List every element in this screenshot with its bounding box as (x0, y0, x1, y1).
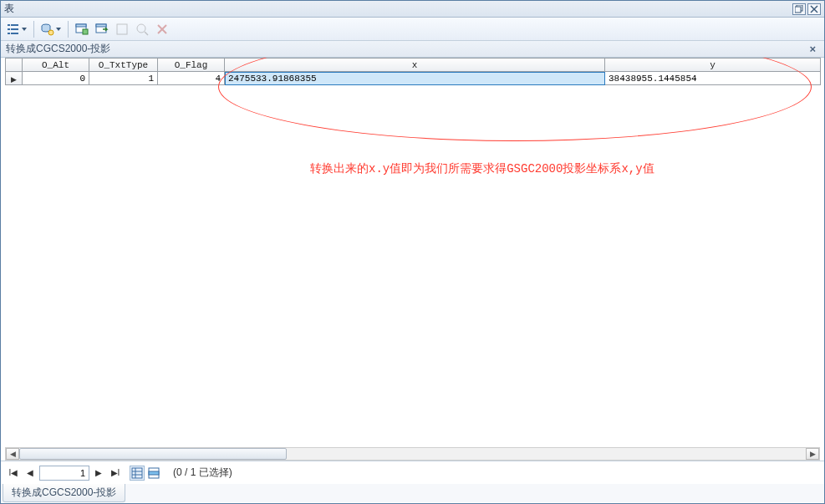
select-by-attr-button[interactable] (73, 20, 91, 38)
delete-selected-button[interactable] (153, 20, 171, 38)
corner-cell (6, 59, 23, 72)
toolbar-separator (68, 21, 69, 38)
clear-selection-button[interactable] (113, 20, 131, 38)
cell-o-txttype[interactable]: 1 (89, 72, 158, 85)
attribute-table[interactable]: O_Alt O_TxtType O_Flag x y ▶ 0 1 4 24755… (5, 58, 821, 85)
zoom-selected-button[interactable] (133, 20, 151, 38)
table-header-row: O_Alt O_TxtType O_Flag x y (6, 59, 821, 72)
cell-o-flag[interactable]: 4 (158, 72, 225, 85)
col-header[interactable]: O_TxtType (89, 59, 158, 72)
related-tables-dropdown[interactable] (38, 20, 64, 38)
switch-selection-button[interactable] (93, 20, 111, 38)
table-row[interactable]: ▶ 0 1 4 2475533.91868355 38438955.144585… (6, 72, 821, 85)
bottom-tab-strip: 转换成CGCS2000-投影 (1, 484, 824, 502)
chevron-down-icon (56, 28, 61, 31)
svg-rect-13 (76, 24, 86, 27)
svg-rect-7 (11, 28, 18, 30)
close-button[interactable] (807, 3, 821, 15)
svg-rect-9 (11, 33, 18, 34)
all-records-icon (131, 467, 143, 479)
record-navigator: I◀ ◀ ▶ ▶I (0 / 1 已选择) (1, 461, 824, 484)
svg-rect-22 (132, 468, 142, 478)
delete-icon (155, 23, 169, 36)
row-indicator[interactable]: ▶ (6, 72, 23, 85)
close-icon (810, 5, 818, 13)
svg-point-18 (137, 24, 145, 33)
clear-icon (115, 23, 129, 36)
window-title: 表 (4, 2, 791, 16)
svg-point-11 (48, 30, 53, 35)
cell-x[interactable]: 2475533.91868355 (225, 72, 605, 85)
titlebar: 表 (1, 1, 824, 18)
svg-rect-4 (8, 24, 10, 26)
list-icon (7, 23, 20, 36)
svg-rect-5 (11, 24, 18, 26)
prev-record-button[interactable]: ◀ (23, 466, 38, 481)
record-number-input[interactable] (39, 466, 89, 481)
svg-rect-27 (149, 471, 159, 475)
toolbar-separator (33, 21, 34, 38)
first-record-button[interactable]: I◀ (6, 466, 21, 481)
zoom-icon (135, 23, 149, 36)
svg-rect-17 (117, 24, 127, 34)
cell-o-alt[interactable]: 0 (23, 72, 89, 85)
scroll-thumb[interactable] (19, 448, 287, 460)
selected-records-icon (148, 467, 160, 479)
last-record-button[interactable]: ▶I (108, 466, 123, 481)
toolbar (1, 18, 824, 41)
horizontal-scrollbar[interactable]: ◀ ▶ (5, 447, 820, 461)
svg-line-19 (145, 32, 148, 35)
db-link-icon (41, 23, 54, 36)
restore-button[interactable] (792, 3, 806, 15)
svg-rect-14 (83, 29, 88, 34)
col-header[interactable]: O_Alt (23, 59, 89, 72)
svg-rect-1 (795, 7, 801, 13)
bottom-tab-label: 转换成CGCS2000-投影 (12, 486, 116, 498)
table-area: O_Alt O_TxtType O_Flag x y ▶ 0 1 4 24755… (1, 58, 824, 461)
annotation-text: 转换出来的x.y值即为我们所需要求得GSGC2000投影坐标系x,y值 (310, 161, 654, 176)
bottom-tab[interactable]: 转换成CGCS2000-投影 (3, 484, 125, 502)
scroll-right-button[interactable]: ▶ (806, 448, 819, 460)
selection-status: (0 / 1 已选择) (173, 466, 232, 480)
view-mode-toggle (130, 466, 161, 481)
col-header[interactable]: O_Flag (158, 59, 225, 72)
current-row-icon: ▶ (11, 75, 17, 84)
table-swap-icon (95, 23, 109, 36)
tab-close-button[interactable]: × (806, 43, 819, 55)
scroll-track[interactable] (19, 448, 806, 460)
svg-rect-6 (8, 28, 10, 30)
svg-rect-16 (96, 24, 106, 27)
next-record-button[interactable]: ▶ (91, 466, 106, 481)
svg-rect-8 (8, 33, 10, 34)
list-view-dropdown[interactable] (4, 20, 29, 38)
restore-icon (795, 5, 803, 13)
chevron-down-icon (22, 28, 27, 31)
scroll-left-button[interactable]: ◀ (6, 448, 19, 460)
cell-y[interactable]: 38438955.1445854 (605, 72, 821, 85)
show-selected-records-button[interactable] (146, 466, 161, 481)
col-header[interactable]: y (605, 59, 821, 72)
show-all-records-button[interactable] (130, 466, 145, 481)
col-header[interactable]: x (225, 59, 605, 72)
tab-header: 转换成CGCS2000-投影 × (1, 41, 824, 58)
table-select-icon (75, 23, 89, 36)
tab-title: 转换成CGCS2000-投影 (6, 42, 806, 56)
